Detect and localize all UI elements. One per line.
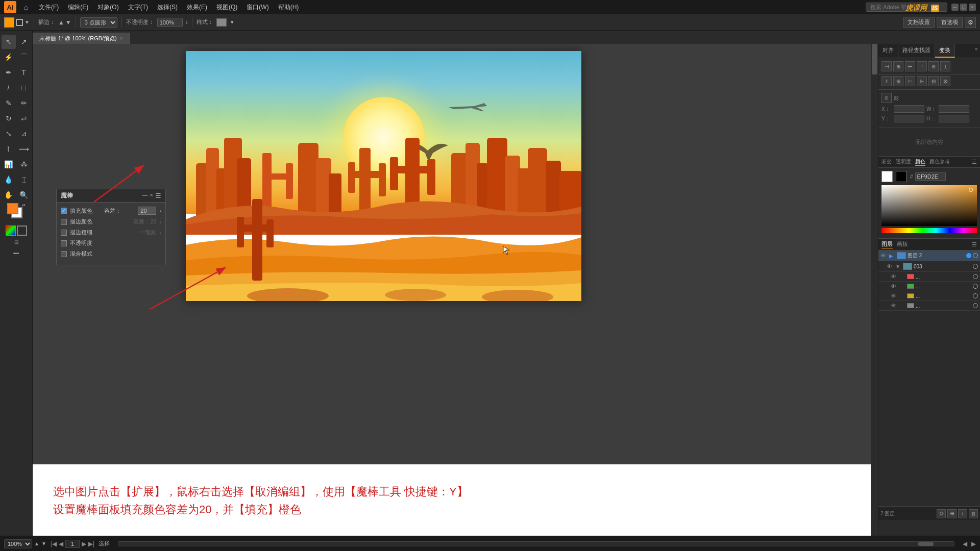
y-input[interactable] [894, 115, 924, 122]
layer-yellow-eye[interactable]: 👁 [891, 293, 898, 299]
layer2-eye[interactable]: 👁 [880, 253, 888, 259]
horizontal-scrollbar[interactable] [118, 541, 954, 546]
layer-green-eye[interactable]: 👁 [891, 283, 898, 289]
tab-transparency[interactable]: 透明度 [896, 158, 911, 166]
menu-file[interactable]: 文件(F) [35, 2, 63, 13]
doc-settings-btn[interactable]: 文档设置 [903, 17, 935, 28]
tab-layers[interactable]: 图层 [881, 240, 893, 248]
zoom-down-arrow[interactable]: ▼ [41, 541, 46, 546]
layer-row-green[interactable]: 👁 ... [878, 282, 980, 291]
pen-tool-btn[interactable]: ✒ [2, 65, 16, 80]
swap-colors-btn[interactable]: ⇄ [22, 203, 26, 208]
stroke-width-arrow[interactable]: › [159, 230, 161, 236]
measure-btn[interactable]: ⌶ [17, 172, 31, 187]
minimize-btn[interactable]: ─ [951, 4, 959, 11]
warp-btn[interactable]: ⌇ [2, 142, 16, 156]
color-panel-menu[interactable]: ☰ [972, 159, 977, 165]
width-btn[interactable]: ⟿ [17, 142, 31, 156]
rotate-btn[interactable]: ↻ [2, 111, 16, 126]
fill-color-indicator[interactable] [4, 17, 14, 28]
dist-left-btn[interactable]: ⊧ [881, 76, 892, 86]
tab-artboards[interactable]: 画板 [897, 240, 908, 248]
home-icon[interactable]: ⌂ [20, 2, 32, 13]
dist-center-v-btn[interactable]: ⊟ [928, 76, 939, 86]
scroll-right-arrow[interactable]: ▶ [971, 540, 976, 547]
point-style-select[interactable]: 3 点圆形 [80, 17, 117, 28]
layer003-dot[interactable] [973, 264, 978, 269]
tab-align[interactable]: 对齐 [878, 44, 898, 58]
h-input[interactable] [939, 115, 969, 122]
make-clipping-mask-btn[interactable]: ⊚ [937, 509, 946, 518]
menu-object[interactable]: 对象(O) [93, 2, 122, 13]
menu-text[interactable]: 文字(T) [124, 2, 152, 13]
fill-color-checkbox[interactable] [61, 208, 67, 214]
new-sublayer-btn[interactable]: ⊕ [947, 509, 957, 518]
zoom-up-arrow[interactable]: ▲ [34, 541, 39, 546]
zoom-select[interactable]: 100% [4, 539, 32, 548]
rect-tool-btn[interactable]: □ [17, 81, 31, 95]
color-gradient-picker[interactable] [881, 185, 977, 226]
prev-page-btn[interactable]: ◀ [59, 540, 63, 547]
screen-mode-btn[interactable]: ⊡ [9, 237, 23, 247]
stroke-color-indicator[interactable] [16, 19, 23, 26]
tab-close-btn[interactable]: × [120, 36, 123, 41]
layer-yellow-dot[interactable] [973, 293, 978, 298]
shear-btn[interactable]: ⊿ [17, 127, 31, 141]
opacity-checkbox[interactable] [61, 240, 67, 246]
tab-transform[interactable]: 变换 [935, 44, 955, 58]
eyedropper-btn[interactable]: 💧 [2, 172, 16, 187]
black-swatch[interactable] [896, 171, 907, 182]
panel-menu-btn[interactable]: ☰ [155, 192, 161, 199]
layer-row-layer2[interactable]: 👁 ▶ 图层 2 [878, 251, 980, 261]
magic-wand-tool-btn[interactable]: ⚡ [2, 50, 16, 64]
align-top-btn[interactable]: ⊤ [917, 61, 927, 71]
maximize-btn[interactable]: □ [960, 4, 967, 11]
menu-effect[interactable]: 效果(E) [183, 2, 211, 13]
delete-layer-btn[interactable]: 🗑 [969, 509, 978, 518]
last-page-btn[interactable]: ▶| [88, 540, 94, 547]
panel-minimize-btn[interactable]: — [142, 192, 148, 199]
layer-gray-dot[interactable] [973, 303, 978, 308]
style-arrow[interactable]: ▼ [230, 19, 235, 25]
new-layer-btn[interactable]: + [958, 509, 967, 518]
layer2-color-dot[interactable] [966, 253, 971, 258]
first-page-btn[interactable]: |◀ [51, 540, 57, 547]
layer-row-003[interactable]: 👁 ▼ 003 [878, 261, 980, 272]
line-tool-btn[interactable]: / [2, 81, 16, 95]
layer-row-gray[interactable]: 👁 ... [878, 301, 980, 311]
tab-pathfinder[interactable]: 路径查找器 [898, 44, 935, 58]
scrollbar-thumb[interactable] [918, 542, 934, 546]
layer2-lock-circle[interactable] [973, 253, 978, 258]
layer2-expand[interactable]: ▶ [889, 253, 895, 259]
right-panel-menu-btn[interactable]: × [973, 44, 980, 58]
tab-gradient[interactable]: 渐变 [881, 158, 892, 166]
align-bottom-btn[interactable]: ⊥ [940, 61, 950, 71]
next-page-btn[interactable]: ▶ [82, 540, 86, 547]
blend-mode-checkbox[interactable] [61, 251, 67, 257]
pencil-btn[interactable]: ✏ [17, 96, 31, 110]
tab-color[interactable]: 颜色 [915, 158, 925, 166]
fill-tolerance-arrow[interactable]: › [159, 208, 161, 214]
dist-right-btn[interactable]: ⊨ [905, 76, 915, 86]
w-input[interactable] [939, 105, 969, 113]
scale-btn[interactable]: ⤡ [2, 127, 16, 141]
toolbar-extra-btn[interactable]: ⚙ [965, 17, 976, 28]
menu-window[interactable]: 窗口(W) [242, 2, 273, 13]
hex-input[interactable] [915, 172, 946, 181]
graph-btn[interactable]: 📊 [2, 157, 16, 171]
vertical-scrollbar[interactable] [871, 44, 878, 536]
type-tool-btn[interactable]: T [17, 65, 31, 80]
layer003-expand[interactable]: ▼ [895, 264, 901, 269]
document-tab[interactable]: 未标题-1* @ 100% (RGB/预览) × [33, 33, 130, 44]
opacity-input[interactable] [157, 18, 183, 27]
panel-close-btn[interactable]: × [150, 192, 153, 199]
layer-green-dot[interactable] [973, 284, 978, 289]
menu-help[interactable]: 帮助(H) [274, 2, 303, 13]
layer-red-dot[interactable] [973, 274, 978, 279]
stroke-color-checkbox[interactable] [61, 219, 67, 225]
symbol-btn[interactable]: ⁂ [17, 157, 31, 171]
menu-view[interactable]: 视图(Q) [212, 2, 241, 13]
align-center-v-btn[interactable]: ⊛ [928, 61, 939, 71]
dist-center-h-btn[interactable]: ⊞ [893, 76, 903, 86]
align-left-btn[interactable]: ⊣ [881, 61, 892, 71]
